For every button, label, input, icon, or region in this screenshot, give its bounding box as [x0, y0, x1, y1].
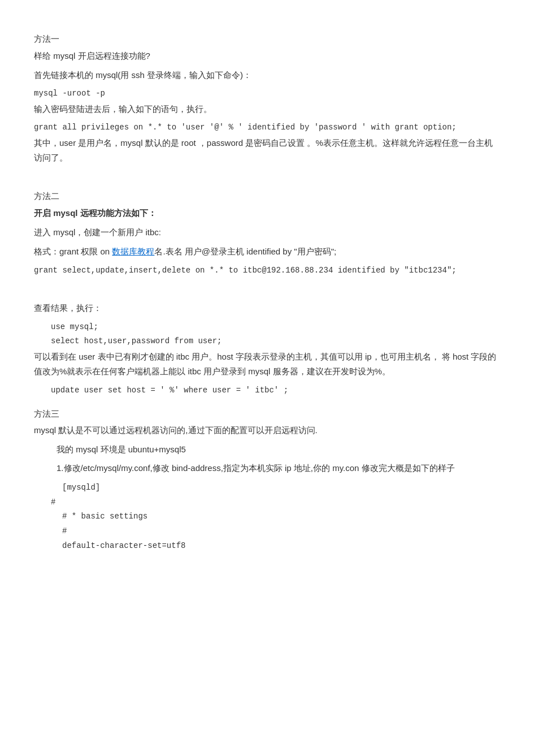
method1-section: 方法一 样给 mysql 开启远程连接功能? 首先链接本机的 mysql(用 s… — [34, 32, 500, 165]
method1-cmd1: mysql -uroot -p — [34, 87, 500, 101]
method2-step1: 进入 mysql，创建一个新用户 itbc: — [34, 225, 500, 240]
method1-cmd2: grant all privileges on *.* to 'user '@'… — [34, 121, 500, 135]
method2-cmd3: select host,user,password from user; — [34, 335, 500, 348]
method2-title: 方法二 — [34, 189, 500, 204]
method3-desc1: mysql 默认是不可以通过远程机器访问的,通过下面的配置可以开启远程访问. — [34, 423, 500, 438]
method2-cmd4: update user set host = ' %' where user =… — [34, 384, 500, 398]
method1-title: 方法一 — [34, 32, 500, 46]
code-block-section: [mysqld] # # * basic settings # default-… — [34, 481, 500, 553]
method2-step2: 格式：grant 权限 on 数据库教程名.表名 用户@登录主机 identif… — [34, 244, 500, 259]
method2-cmd1: grant select,update,insert,delete on *.*… — [34, 264, 500, 278]
method3-indent1: 我的 mysql 环境是 ubuntu+mysql5 — [34, 442, 500, 457]
method2-desc1: 可以看到在 user 表中已有刚才创建的 itbc 用户。host 字段表示登录… — [34, 349, 500, 379]
check-results-section: 查看结果，执行： use mysql; select host,user,pas… — [34, 301, 500, 397]
method2-subtitle-bold: 开启 mysql 远程功能方法如下： — [34, 208, 157, 218]
article-container: 方法一 样给 mysql 开启远程连接功能? 首先链接本机的 mysql(用 s… — [34, 32, 500, 553]
check-results-label: 查看结果，执行： — [34, 301, 500, 316]
method1-step1: 首先链接本机的 mysql(用 ssh 登录终端，输入如下命令)： — [34, 68, 500, 83]
code-hash2: # — [34, 525, 500, 538]
method1-question: 样给 mysql 开启远程连接功能? — [34, 49, 500, 63]
method1-desc1: 其中，user 是用户名，mysql 默认的是 root ，password 是… — [34, 136, 500, 166]
method3-section: 方法三 mysql 默认是不可以通过远程机器访问的,通过下面的配置可以开启远程访… — [34, 407, 500, 476]
method2-subtitle: 开启 mysql 远程功能方法如下： — [34, 206, 500, 221]
method1-step2: 输入密码登陆进去后，输入如下的语句，执行。 — [34, 102, 500, 116]
code-hash1: # — [34, 496, 500, 509]
code-mysqld: [mysqld] — [34, 481, 500, 495]
method2-section: 方法二 开启 mysql 远程功能方法如下： 进入 mysql，创建一个新用户 … — [34, 189, 500, 277]
method2-cmd2: use mysql; — [34, 321, 500, 334]
method3-title: 方法三 — [34, 407, 500, 421]
code-charset: default-character-set=utf8 — [34, 539, 500, 553]
method2-step2-prefix: 格式：grant 权限 on — [34, 247, 112, 256]
method3-indent2: 1.修改/etc/mysql/my.conf,修改 bind-address,指… — [34, 461, 500, 476]
method2-step2-suffix: 名.表名 用户@登录主机 identified by "用户密码"; — [154, 247, 336, 256]
method2-db-link[interactable]: 数据库教程 — [112, 247, 154, 256]
code-comment: # * basic settings — [34, 510, 500, 524]
